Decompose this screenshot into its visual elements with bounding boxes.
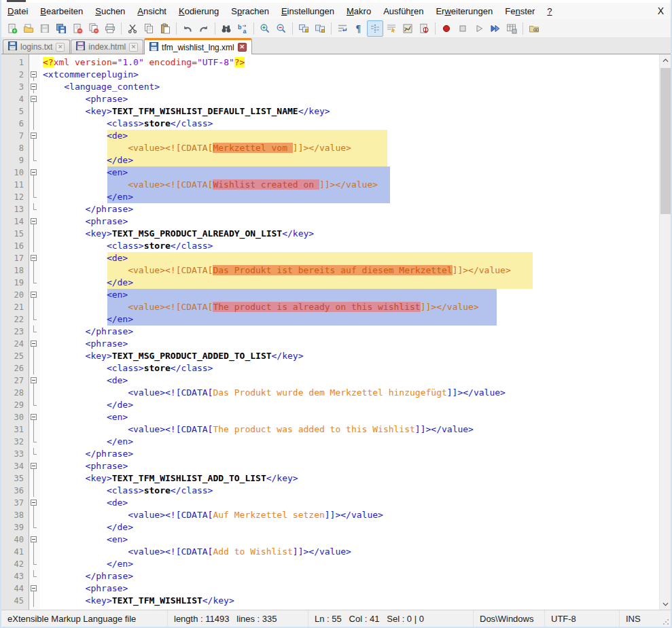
macro-stop-icon[interactable]: [455, 20, 471, 37]
code-line[interactable]: 42</en>: [1, 558, 659, 570]
close-file-icon[interactable]: [69, 20, 86, 37]
code-line[interactable]: 18<value><![CDATA[Das Produkt ist bereit…: [1, 264, 659, 277]
code-line[interactable]: 26<class>store</class>: [1, 362, 659, 374]
code-line[interactable]: 15<key>TEXT_MSG_PRODUCT_ALREADY_ON_LIST<…: [1, 228, 659, 240]
code-line[interactable]: 41<value><![CDATA[Add to Wishlist]]></va…: [1, 546, 659, 558]
document-map-icon[interactable]: [400, 20, 416, 37]
macro-save-icon[interactable]: [503, 20, 520, 37]
zoom-out-icon[interactable]: [273, 20, 289, 37]
code-line[interactable]: 19</de>: [1, 277, 659, 289]
indent-guide-icon[interactable]: [367, 20, 383, 37]
status-cursor-position[interactable]: Ln : 55 Col : 41 Sel : 0 | 0: [308, 610, 474, 627]
resize-grip[interactable]: [662, 618, 669, 625]
code-line[interactable]: 8<value><![CDATA[Merkzettel vom ]]></val…: [1, 142, 659, 154]
code-line[interactable]: 40<en>: [1, 534, 659, 546]
fold-marker[interactable]: [29, 534, 39, 546]
scrollbar-thumb[interactable]: [660, 68, 671, 214]
new-file-icon[interactable]: [4, 20, 20, 37]
code-line[interactable]: 44<phrase>: [1, 582, 659, 595]
fold-marker[interactable]: [29, 374, 39, 387]
fold-marker[interactable]: [29, 252, 39, 264]
fold-marker[interactable]: [29, 167, 39, 179]
redo-icon[interactable]: [196, 20, 212, 37]
code-line[interactable]: 32</en>: [1, 436, 659, 448]
code-line[interactable]: 5<key>TEXT_TFM_WISHLIST_DEFAULT_LIST_NAM…: [1, 105, 659, 118]
menu-item-?[interactable]: ?: [541, 4, 558, 18]
code-line[interactable]: 14<phrase>: [1, 215, 659, 228]
code-line[interactable]: 28<value><![CDATA[Das Produkt wurde dem …: [1, 387, 659, 399]
code-line[interactable]: 37<de>: [1, 497, 659, 509]
code-area[interactable]: 1<?xml version="1.0" encoding="UTF-8"?>2…: [1, 54, 659, 610]
file-monitoring-icon[interactable]: [526, 20, 542, 37]
macro-play-icon[interactable]: [471, 20, 487, 37]
code-line[interactable]: 27<de>: [1, 374, 659, 387]
save-all-icon[interactable]: [53, 20, 69, 37]
code-line[interactable]: 24<phrase>: [1, 338, 659, 350]
code-line[interactable]: 29</de>: [1, 399, 659, 411]
vertical-scrollbar[interactable]: [659, 54, 671, 610]
find-icon[interactable]: [218, 20, 234, 37]
menu-item-erweiterungen[interactable]: Erweiterungen: [429, 4, 499, 18]
save-icon[interactable]: [37, 20, 53, 37]
status-eol-format[interactable]: Dos\Windows: [474, 610, 545, 627]
code-line[interactable]: 23</phrase>: [1, 326, 659, 338]
status-encoding[interactable]: UTF-8: [545, 610, 620, 627]
menu-item-sprachen[interactable]: Sprachen: [225, 4, 275, 18]
tab-close-icon[interactable]: ✕: [238, 43, 247, 52]
fold-marker[interactable]: [29, 69, 39, 81]
fold-marker[interactable]: [29, 411, 39, 423]
menu-item-datei[interactable]: Datei: [1, 4, 34, 18]
word-wrap-icon[interactable]: [334, 20, 351, 37]
code-line[interactable]: 30<en>: [1, 411, 659, 423]
sync-vertical-icon[interactable]: [296, 20, 312, 37]
close-all-icon[interactable]: [86, 20, 102, 37]
code-line[interactable]: 11<value><![CDATA[Wishlist created on ]]…: [1, 179, 659, 191]
cut-icon[interactable]: [124, 20, 141, 37]
code-line[interactable]: 9</de>: [1, 154, 659, 167]
fold-marker[interactable]: [29, 338, 39, 350]
code-line[interactable]: 22</en>: [1, 313, 659, 326]
open-folder-icon[interactable]: [20, 20, 37, 37]
menu-item-makro[interactable]: Makro: [340, 4, 377, 18]
fold-marker[interactable]: [29, 215, 39, 228]
fold-marker[interactable]: [29, 582, 39, 595]
fold-marker[interactable]: [29, 460, 39, 472]
code-line[interactable]: 20<en>: [1, 289, 659, 301]
tab-close-icon[interactable]: ✕: [129, 43, 138, 52]
code-line[interactable]: 16<class>store</class>: [1, 240, 659, 252]
paste-icon[interactable]: [157, 20, 173, 37]
copy-icon[interactable]: [141, 20, 157, 37]
menu-item-suchen[interactable]: Suchen: [89, 4, 131, 18]
zoom-in-icon[interactable]: [257, 20, 273, 37]
code-line[interactable]: 10<en>: [1, 167, 659, 179]
menu-item-kodierung[interactable]: Kodierung: [173, 4, 225, 18]
code-line[interactable]: 6<class>store</class>: [1, 118, 659, 130]
code-line[interactable]: 21<value><![CDATA[The product is already…: [1, 301, 659, 313]
code-line[interactable]: 34<phrase>: [1, 460, 659, 472]
menu-item-einstellungen[interactable]: Einstellungen: [275, 4, 340, 18]
undo-icon[interactable]: [179, 20, 196, 37]
code-line[interactable]: 38<value><![CDATA[Auf Merkzettel setzen]…: [1, 509, 659, 521]
code-line[interactable]: 43</phrase>: [1, 570, 659, 582]
code-line[interactable]: 2<xtcommerceplugin>: [1, 69, 659, 81]
tab-close-icon[interactable]: ✕: [56, 43, 65, 52]
menu-item-ausfhren[interactable]: Ausführen: [377, 4, 429, 18]
function-list-icon[interactable]: [416, 20, 432, 37]
tab-index-html[interactable]: index.html✕: [71, 39, 143, 54]
show-all-characters-icon[interactable]: ¶: [351, 20, 367, 37]
code-line[interactable]: 12</en>: [1, 191, 659, 203]
window-close-button[interactable]: X: [651, 4, 671, 18]
code-line[interactable]: 13</phrase>: [1, 203, 659, 215]
sync-horizontal-icon[interactable]: [312, 20, 328, 37]
macro-record-icon[interactable]: [438, 20, 455, 37]
replace-icon[interactable]: ba: [234, 20, 251, 37]
code-line[interactable]: 7<de>: [1, 130, 659, 142]
fold-marker[interactable]: [29, 497, 39, 509]
code-line[interactable]: 25<key>TEXT_MSG_PRODUCT_ADDED_TO_LIST</k…: [1, 350, 659, 362]
menu-item-bearbeiten[interactable]: Bearbeiten: [34, 4, 89, 18]
scroll-down-button[interactable]: [660, 598, 671, 610]
fold-marker[interactable]: [29, 93, 39, 105]
code-line[interactable]: 3<language_content>: [1, 81, 659, 93]
fold-marker[interactable]: [29, 81, 39, 93]
fold-marker[interactable]: [29, 289, 39, 301]
